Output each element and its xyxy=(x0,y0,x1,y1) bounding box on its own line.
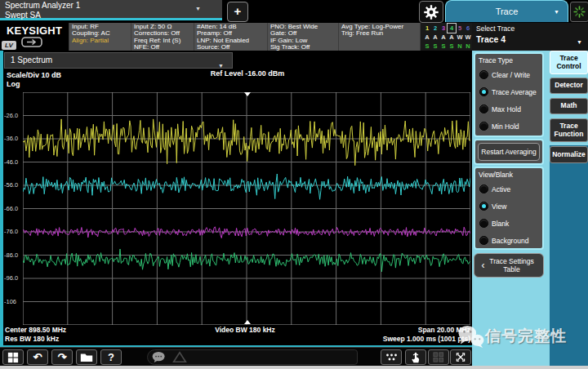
chevron-left-icon: ‹ xyxy=(482,260,485,271)
bottom-toolbar: ↶ ↷ ? xyxy=(0,347,472,367)
trace-number: 5 xyxy=(456,24,464,33)
windows-icon xyxy=(7,352,19,363)
spectrum-analyzer-window: Spectrum Analyzer 1 Swept SA ▼ + Trace ▼ xyxy=(0,0,588,369)
radio-icon xyxy=(479,104,488,113)
center-freq-annotation[interactable]: Center 898.50 MHz Res BW 180 kHz xyxy=(5,326,66,343)
folder-icon xyxy=(80,352,93,362)
trace-number-selected: 4 xyxy=(448,24,456,33)
help-icon: ? xyxy=(108,351,114,363)
settings-gear-button[interactable] xyxy=(419,1,443,23)
restart-averaging-group: Restart Averaging xyxy=(474,139,544,165)
spectrum-graticule[interactable] xyxy=(23,92,470,325)
y-axis-tick-label: -36.0 xyxy=(4,135,22,142)
status-column-input: Input: RF Coupling: AC Align: Partial xyxy=(69,23,131,51)
align-status: Align: Partial xyxy=(72,38,128,44)
alert-triangle-icon xyxy=(172,351,187,363)
message-bar[interactable] xyxy=(147,349,358,365)
radio-clear-write[interactable]: Clear / Write xyxy=(478,66,540,83)
trace-settings-table-button[interactable]: ‹ Trace Settings Table xyxy=(474,253,544,278)
radio-trace-average[interactable]: Trace Average xyxy=(478,83,540,100)
trace-type-group: Trace Type Clear / Write Trace Average M… xyxy=(474,52,544,137)
select-trace-label: Select Trace xyxy=(476,24,584,33)
ref-level-marker-icon xyxy=(244,92,251,96)
window-layout-button[interactable] xyxy=(428,349,449,365)
radio-icon xyxy=(479,122,488,131)
screen-tab-line2: Swept SA xyxy=(5,11,217,20)
spinner-icon xyxy=(573,6,586,18)
chevron-down-icon: ▼ xyxy=(554,9,559,15)
trace-number: 1 xyxy=(423,24,431,33)
trace-numbers-row: 1 2 3 4 5 6 xyxy=(423,24,472,33)
span-sweep-annotation[interactable]: Span 20.00 MHz Sweep 1.000 ms (1001 pts) xyxy=(310,326,470,343)
select-trace-dropdown[interactable]: Select Trace Trace 4 ▼ xyxy=(472,23,588,51)
y-axis-tick-label: -86.0 xyxy=(4,251,22,259)
touch-icon xyxy=(410,351,421,363)
trace-number: 6 xyxy=(464,24,472,33)
trace-menu-tab[interactable]: Trace ▼ xyxy=(445,0,568,22)
touch-mode-button[interactable] xyxy=(405,349,426,365)
apps-grid-button[interactable] xyxy=(381,349,402,365)
radio-background[interactable]: Background xyxy=(478,232,540,249)
radio-selected-icon xyxy=(479,202,488,211)
y-axis-tick-label: -96.0 xyxy=(4,274,22,282)
activity-spinner-button[interactable] xyxy=(570,2,588,22)
wechat-logo-icon xyxy=(457,324,485,349)
fullscreen-button[interactable] xyxy=(450,349,471,365)
redo-button[interactable]: ↷ xyxy=(51,349,73,365)
watermark-text: 信号完整性 xyxy=(485,326,567,347)
undo-button[interactable]: ↶ xyxy=(27,349,48,365)
windows-start-button[interactable] xyxy=(2,349,24,365)
trace-detectors-row: S S S S N N xyxy=(423,42,472,51)
dots-grid-icon xyxy=(385,352,398,362)
file-explorer-button[interactable] xyxy=(76,349,97,365)
radio-view[interactable]: View xyxy=(478,198,540,215)
status-column-atten: #Atten: 14 dB Preamp: Off LNP: Not Enabl… xyxy=(194,23,267,51)
radio-icon xyxy=(479,70,488,79)
screen-tab-spectrum-analyzer[interactable]: Spectrum Analyzer 1 Swept SA ▼ xyxy=(0,0,222,20)
measurement-window-label: 1 Spectrum xyxy=(11,56,52,64)
span-annotation: Span 20.00 MHz xyxy=(310,326,470,335)
trace-status-table[interactable]: 1 2 3 4 5 6 A A A A W W S S S S N N xyxy=(420,23,472,51)
y-axis-tick-label: -106 xyxy=(4,298,22,305)
lv-badge: LV xyxy=(2,41,16,50)
help-button[interactable]: ? xyxy=(100,349,122,365)
y-axis-tick-label: -46.0 xyxy=(4,158,22,166)
undo-icon: ↶ xyxy=(33,351,42,363)
measurement-window-tab[interactable]: 1 Spectrum ▼ xyxy=(4,52,233,69)
scale-per-div-label[interactable]: Scale/Div 10 dB xyxy=(7,71,61,79)
trace-number: 3 xyxy=(439,24,448,33)
radio-icon xyxy=(479,184,488,193)
selected-trace-value: Trace 4 xyxy=(476,34,584,44)
add-screen-button[interactable]: + xyxy=(227,2,248,22)
status-bar: KEYSIGHT Input: RF Coupling: AC Align: P… xyxy=(0,23,472,51)
status-column-impedance: Input Z: 50 Ω Corrections: Off Freq Ref:… xyxy=(131,23,194,51)
redo-icon: ↷ xyxy=(58,351,67,363)
status-column-pno: PNO: Best Wide Gate: Off IF Gain: Low Si… xyxy=(267,23,338,51)
radio-blank[interactable]: Blank xyxy=(478,215,540,232)
restart-averaging-button[interactable]: Restart Averaging xyxy=(478,143,540,161)
radio-max-hold[interactable]: Max Hold xyxy=(478,100,540,118)
sweep-annotation: Sweep 1.000 ms (1001 pts) xyxy=(310,335,470,344)
radio-min-hold[interactable]: Min Hold xyxy=(478,118,540,135)
trace-number: 2 xyxy=(431,24,439,33)
gear-icon xyxy=(423,4,439,20)
ref-level-label[interactable]: Ref Level -16.00 dBm xyxy=(137,69,358,78)
watermark: 信号完整性 xyxy=(457,322,588,350)
window-bottom-edge xyxy=(0,366,588,369)
trace-types-row: A A A A W W xyxy=(423,33,472,42)
y-axis-tick-label: -76.0 xyxy=(4,228,22,235)
four-squares-icon xyxy=(433,352,444,362)
tab-math[interactable]: Math xyxy=(550,98,588,114)
chevron-down-icon: ▼ xyxy=(195,4,201,14)
radio-active[interactable]: Active xyxy=(478,180,540,198)
tab-trace-function[interactable]: Trace Function xyxy=(550,118,588,142)
center-frequency-marker-icon xyxy=(244,320,251,324)
radio-icon xyxy=(479,236,488,245)
tab-detector[interactable]: Detector xyxy=(550,78,588,94)
tab-normalize[interactable]: Normalize xyxy=(550,146,588,163)
expand-arrows-icon xyxy=(455,352,466,362)
radio-selected-icon xyxy=(479,87,488,96)
res-bw-annotation: Res BW 180 kHz xyxy=(5,335,66,344)
tab-trace-control[interactable]: Trace Control xyxy=(550,51,588,74)
chevron-down-icon: ▼ xyxy=(577,39,582,45)
